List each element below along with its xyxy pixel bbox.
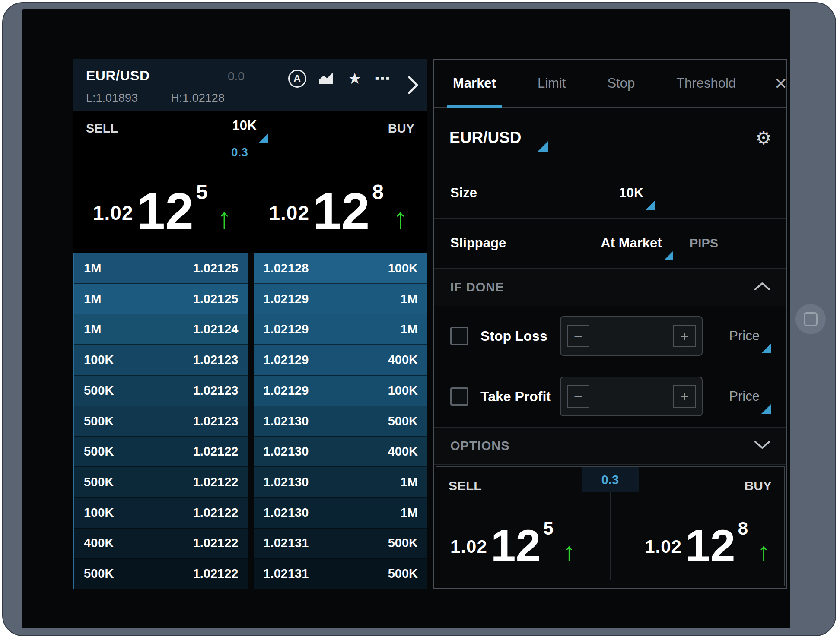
dom-sell-row[interactable]: 500K1.02122 [74, 467, 248, 498]
dom-sell-row[interactable]: 500K1.02123 [74, 376, 248, 406]
dom-price-value: 1.02122 [193, 444, 239, 459]
chart-icon[interactable] [319, 72, 335, 86]
gear-icon[interactable]: ⚙ [755, 127, 772, 149]
dom-size-value: 400K [388, 444, 418, 459]
sell-price-main: 12 [137, 191, 194, 231]
buy-price-button[interactable]: 1.02 12 8 ↑ [269, 180, 408, 231]
sell-price-pip: 5 [543, 518, 553, 539]
dom-size-value: 500K [84, 444, 114, 459]
dom-buy-row[interactable]: 1.02131500K [254, 559, 428, 589]
dom-price-value: 1.02131 [264, 536, 309, 550]
plus-button[interactable]: + [673, 385, 696, 408]
dom-buy-row[interactable]: 1.021301M [254, 467, 428, 498]
dom-price-value: 1.02129 [264, 322, 309, 336]
instrument-selector[interactable]: EUR/USD [449, 129, 548, 147]
dom-sell-row[interactable]: 1M1.02125 [74, 253, 248, 284]
dom-sell-row[interactable]: 1M1.02124 [74, 314, 248, 345]
dom-size-value: 500K [84, 567, 114, 581]
close-icon[interactable]: × [775, 73, 787, 94]
tab-stop[interactable]: Stop [605, 60, 637, 107]
dom-size-value: 1M [401, 322, 418, 336]
depth-of-market: 1M1.021251M1.021251M1.02124100K1.0212350… [73, 253, 427, 589]
dom-buy-row[interactable]: 1.02129100K [254, 376, 428, 406]
dom-price-value: 1.02123 [193, 383, 239, 398]
dom-sell-row[interactable]: 500K1.02122 [74, 559, 248, 589]
sell-price-button[interactable]: 1.02 12 5 ↑ [450, 518, 576, 563]
dom-buy-row[interactable]: 1.02131500K [254, 529, 428, 559]
dom-sell-row[interactable]: 400K1.02122 [74, 529, 248, 559]
buy-label: BUY [745, 478, 772, 493]
dom-sell-row[interactable]: 500K1.02123 [74, 406, 248, 437]
dom-size-value: 1M [401, 506, 418, 520]
stop-loss-price-type[interactable]: Price [729, 328, 771, 344]
header-toolbar: A ★ ⋯ [288, 70, 390, 88]
dom-price-value: 1.02131 [264, 567, 309, 581]
chevron-right-icon[interactable] [407, 76, 419, 96]
dropdown-triangle-icon [537, 141, 548, 152]
take-profit-row: Take Profit − + Price [434, 366, 786, 427]
if-done-section-header[interactable]: IF DONE [434, 269, 786, 306]
size-label: Size [450, 185, 477, 201]
if-done-label: IF DONE [450, 280, 504, 295]
more-options-icon[interactable]: ⋯ [375, 71, 390, 86]
dropdown-triangle-icon [664, 251, 673, 260]
buy-price-button[interactable]: 1.02 12 8 ↑ [645, 518, 770, 563]
price-type-label: Price [729, 389, 760, 404]
dom-buy-row[interactable]: 1.02130500K [254, 406, 428, 437]
dom-size-value: 1M [84, 322, 101, 336]
dom-price-value: 1.02125 [193, 261, 239, 276]
auto-mode-icon[interactable]: A [288, 70, 306, 88]
tab-threshold[interactable]: Threshold [674, 60, 738, 107]
footer-price-buttons: 1.02 12 5 ↑ 1.02 12 8 ↑ [436, 496, 784, 586]
slippage-unit: PIPS [690, 236, 718, 250]
dom-sell-row[interactable]: 1M1.02125 [74, 284, 248, 315]
high-value: H:1.02128 [171, 92, 225, 105]
size-selector[interactable]: 10K [619, 185, 655, 201]
favorite-icon[interactable]: ★ [348, 71, 362, 86]
slippage-selector[interactable]: At Market [601, 235, 673, 251]
options-section-header[interactable]: OPTIONS [434, 427, 786, 465]
take-profit-checkbox[interactable] [450, 387, 468, 406]
take-profit-stepper: − + [560, 377, 703, 416]
dom-price-value: 1.02129 [264, 383, 309, 398]
dom-sell-row[interactable]: 100K1.02122 [74, 498, 248, 529]
home-button[interactable] [795, 304, 826, 334]
dom-price-value: 1.02122 [193, 567, 239, 581]
tab-market[interactable]: Market [450, 60, 499, 107]
quote-board: SELL BUY 10K 0.3 1.02 12 5 ↑ 1.02 [73, 111, 427, 253]
dom-size-value: 400K [388, 353, 418, 367]
stop-loss-checkbox[interactable] [450, 327, 468, 345]
dom-price-value: 1.02130 [264, 414, 309, 428]
minus-button[interactable]: − [567, 385, 589, 408]
dom-size-value: 500K [388, 567, 418, 581]
dom-sell-row[interactable]: 500K1.02122 [74, 437, 248, 467]
sell-price-prefix: 1.02 [450, 536, 487, 557]
dom-size-value: 100K [84, 353, 114, 367]
trade-size-selector[interactable]: 10K [232, 118, 268, 133]
dom-price-value: 1.02123 [193, 353, 239, 367]
dom-size-value: 100K [388, 383, 418, 398]
dom-buy-row[interactable]: 1.02130400K [254, 437, 428, 467]
spread-value: 0.3 [582, 467, 639, 492]
dom-buy-row[interactable]: 1.021291M [254, 284, 428, 315]
dom-price-value: 1.02130 [264, 475, 309, 489]
dom-price-value: 1.02129 [264, 292, 309, 306]
minus-button[interactable]: − [567, 325, 589, 347]
dom-sell-row[interactable]: 100K1.02123 [74, 345, 248, 376]
dom-size-value: 400K [84, 536, 114, 550]
dom-buy-row[interactable]: 1.021291M [254, 314, 428, 345]
dom-buy-column: 1.02128100K1.021291M1.021291M1.02129400K… [254, 253, 428, 589]
dom-price-value: 1.02122 [193, 536, 239, 550]
up-arrow-icon: ↑ [757, 542, 770, 561]
sell-price-button[interactable]: 1.02 12 5 ↑ [93, 180, 232, 231]
trade-size-value: 10K [232, 118, 257, 133]
dom-buy-row[interactable]: 1.02129400K [254, 345, 428, 376]
take-profit-price-type[interactable]: Price [729, 389, 771, 404]
plus-button[interactable]: + [673, 325, 696, 347]
dom-buy-row[interactable]: 1.02128100K [254, 253, 428, 284]
dom-buy-row[interactable]: 1.021301M [254, 498, 428, 529]
sell-price-main: 12 [491, 528, 541, 563]
dom-size-value: 500K [388, 414, 418, 428]
tab-limit[interactable]: Limit [535, 60, 568, 107]
low-value: L:1.01893 [86, 92, 138, 105]
